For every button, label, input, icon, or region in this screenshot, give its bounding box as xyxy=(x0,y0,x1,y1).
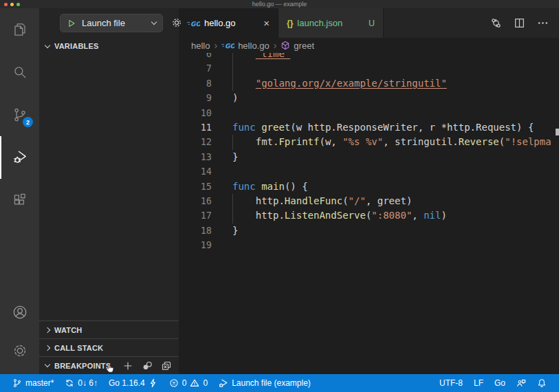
code-token: ( xyxy=(499,136,505,147)
breadcrumb-item-hello-go[interactable]: GOhello.go xyxy=(221,41,270,51)
warning-triangle-icon xyxy=(190,378,199,388)
indent-guide xyxy=(232,61,233,76)
launch-config-dropdown[interactable]: Launch file xyxy=(60,14,163,32)
chevron-down-icon xyxy=(45,42,50,47)
status-eol[interactable]: LF xyxy=(468,374,489,392)
tab-launch-json[interactable]: {}launch.jsonU xyxy=(278,8,384,38)
code-line-13[interactable]: 13} xyxy=(179,150,559,164)
status-debug-launch-status[interactable]: Launch file (example) xyxy=(213,374,316,392)
activity-bar-bottom xyxy=(0,293,39,374)
status-git-branch[interactable]: master* xyxy=(7,374,59,392)
editor-actions xyxy=(490,8,559,38)
status-notifications[interactable] xyxy=(531,374,552,392)
window-title: hello.go — example xyxy=(0,0,559,8)
code-token: HandleFunc xyxy=(285,195,342,206)
code-line-18[interactable]: 18} xyxy=(179,224,559,238)
status-sync-changes[interactable]: 0↓ 6↑ xyxy=(59,374,103,392)
line-number: 9 xyxy=(179,91,212,105)
breadcrumb-label: hello xyxy=(191,41,210,51)
code-token: Reverse xyxy=(459,136,499,147)
line-content xyxy=(232,61,559,76)
code-token xyxy=(256,181,261,192)
section-header-breakpoints[interactable]: BREAKPOINTS xyxy=(39,356,179,374)
activity-item-search[interactable] xyxy=(0,51,39,94)
code-line-11[interactable]: 11func greet(w http.ResponseWriter, r *h… xyxy=(179,120,559,135)
code-line-8[interactable]: 8 "golang.org/x/example/stringutil" xyxy=(179,76,559,91)
code-line-7[interactable]: 7 xyxy=(179,61,559,76)
status-bar-left: master*0↓ 6↑Go 1.16.400Launch file (exam… xyxy=(7,374,316,392)
breadcrumb-item-greet[interactable]: greet xyxy=(281,41,314,51)
go-file-icon: GO xyxy=(221,41,234,50)
breakpoint-actions xyxy=(122,360,172,371)
status-label: Go 1.16.4 xyxy=(109,378,145,388)
editor-group: GOhello.go×{}launch.jsonU hello›GOhello.… xyxy=(179,8,559,374)
code-token: Fprintf xyxy=(278,136,319,147)
close-tab-icon[interactable]: × xyxy=(263,18,270,28)
breadcrumb-item-hello[interactable]: hello xyxy=(191,41,210,51)
code-token: ) xyxy=(441,210,446,221)
section-label: CALL STACK xyxy=(54,344,103,352)
code-line-19[interactable]: 19 xyxy=(179,238,559,252)
line-content: } xyxy=(232,224,559,238)
line-number: 18 xyxy=(179,224,212,238)
add-function-breakpoint-icon[interactable] xyxy=(122,360,133,371)
code-line-15[interactable]: 15func main() { xyxy=(179,179,559,194)
activity-item-source-control[interactable]: 2 xyxy=(0,94,39,136)
breadcrumb-separator: › xyxy=(274,40,277,51)
activity-item-extensions[interactable] xyxy=(0,179,39,221)
variables-body[interactable] xyxy=(39,54,179,320)
code-token: ListenAndServe xyxy=(285,210,366,221)
status-go-version[interactable]: Go 1.16.4 xyxy=(103,374,164,392)
toggle-active-breakpoints-icon[interactable] xyxy=(142,360,153,371)
status-feedback[interactable] xyxy=(511,374,531,392)
indent-guide xyxy=(232,53,233,61)
code-line-9[interactable]: 9) xyxy=(179,91,559,105)
section-header-call-stack[interactable]: CALL STACK xyxy=(39,338,179,356)
section-label: BREAKPOINTS xyxy=(54,362,111,370)
remove-all-breakpoints-icon[interactable] xyxy=(161,360,172,371)
activity-item-explorer[interactable] xyxy=(0,8,39,51)
split-editor-icon[interactable] xyxy=(514,17,525,29)
code-line-16[interactable]: 16 http.HandleFunc("/", greet) xyxy=(179,194,559,208)
start-debug-icon[interactable] xyxy=(67,19,76,28)
code-token: ) xyxy=(232,92,238,103)
import-link: "golang.org/x/example/stringutil" xyxy=(256,78,447,89)
status-label: master* xyxy=(25,378,54,388)
configure-launch-gear-icon[interactable] xyxy=(171,17,183,32)
tab-hello-go[interactable]: GOhello.go× xyxy=(179,8,278,38)
status-problems[interactable]: 00 xyxy=(164,374,213,392)
code-token: main xyxy=(261,181,285,192)
code-token: greet xyxy=(261,122,290,133)
svg-text:GO: GO xyxy=(225,42,234,50)
code-token xyxy=(256,122,261,133)
line-content xyxy=(232,238,559,252)
activity-item-manage-settings[interactable] xyxy=(0,331,39,370)
status-encoding[interactable]: UTF-8 xyxy=(434,374,468,392)
code-token: , stringutil. xyxy=(383,136,459,147)
code-token: func xyxy=(232,122,256,133)
code-token: (w, xyxy=(319,136,342,147)
line-content: "golang.org/x/example/stringutil" xyxy=(232,76,559,91)
code-token: "!selpma xyxy=(505,136,551,147)
code-line-17[interactable]: 17 http.ListenAndServe(":8080", nil) xyxy=(179,208,559,223)
activity-item-accounts[interactable] xyxy=(0,293,39,331)
code-line-12[interactable]: 12 fmt.Fprintf(w, "%s %v", stringutil.Re… xyxy=(179,135,559,149)
code-editor[interactable]: 6 "time"78 "golang.org/x/example/stringu… xyxy=(179,53,559,374)
code-line-6[interactable]: 6 "time" xyxy=(179,53,559,61)
code-line-10[interactable]: 10 xyxy=(179,106,559,120)
activity-bar-top: 2 xyxy=(0,8,39,221)
section-header-variables[interactable]: VARIABLES xyxy=(39,38,179,54)
more-actions-icon[interactable] xyxy=(537,17,549,29)
code-line-14[interactable]: 14 xyxy=(179,164,559,179)
breadcrumb-label: hello.go xyxy=(238,41,270,51)
chevron-down-icon xyxy=(151,19,157,25)
status-label: LF xyxy=(474,378,483,388)
open-changes-icon[interactable] xyxy=(490,17,502,29)
status-language-mode[interactable]: Go xyxy=(489,374,511,392)
activity-item-run-and-debug[interactable] xyxy=(0,136,39,179)
git-status-badge: U xyxy=(369,19,375,28)
line-number: 14 xyxy=(179,164,212,179)
section-header-watch[interactable]: WATCH xyxy=(39,320,179,338)
symbol-function-icon xyxy=(281,41,290,50)
breadcrumb-label: greet xyxy=(294,41,314,51)
